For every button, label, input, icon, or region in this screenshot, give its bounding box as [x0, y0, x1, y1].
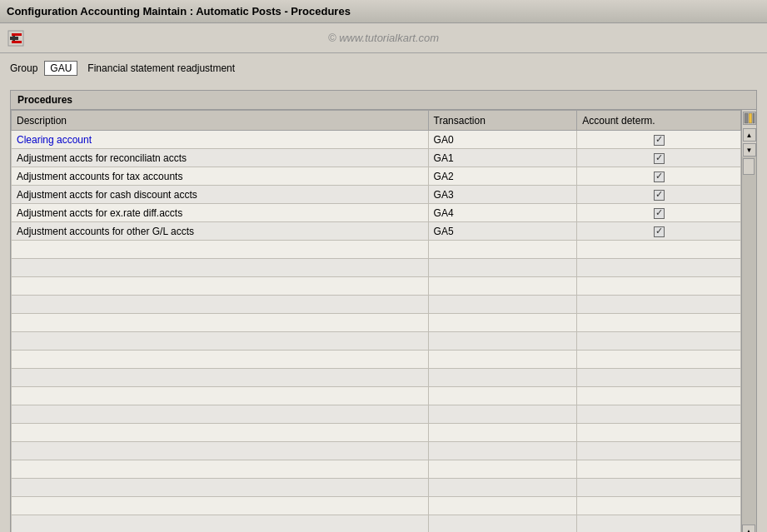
description-cell: Adjustment accts for ex.rate diff.accts — [12, 204, 429, 222]
col-header-transaction: Transaction — [428, 111, 577, 131]
description-cell: Adjustment accts for cash discount accts — [12, 186, 429, 204]
account-determ-checkbox — [654, 190, 665, 201]
panel-header: Procedures — [11, 91, 756, 110]
clearing-account-link[interactable]: Clearing account — [17, 134, 92, 146]
table-row: Clearing accountGA0 — [12, 131, 741, 149]
col-header-description: Description — [12, 111, 429, 131]
empty-row — [12, 497, 741, 515]
empty-row — [12, 405, 741, 424]
empty-row — [12, 314, 741, 332]
group-bar: Group GAU Financial statement readjustme… — [0, 53, 767, 83]
group-description: Financial statement readjustment — [87, 62, 235, 74]
table-row: Adjustment accounts for other G/L acctsG… — [12, 222, 741, 241]
scrollbar-panel: ▲ ▼ ▲ ▼ — [741, 110, 756, 532]
empty-row — [12, 460, 741, 479]
watermark: © www.tutorialkart.com — [328, 32, 439, 44]
account-determ-checkbox — [654, 208, 665, 219]
svg-rect-4 — [12, 41, 22, 43]
group-label: Group — [10, 62, 37, 74]
scroll-up-bottom[interactable]: ▲ — [742, 525, 755, 532]
transaction-cell: GA2 — [428, 167, 577, 186]
empty-row — [12, 479, 741, 497]
procedures-table: Description Transaction Account determ. — [11, 110, 741, 532]
scroll-down-top[interactable]: ▼ — [743, 143, 756, 157]
title-text: Configuration Accounting Maintain : Auto… — [7, 5, 351, 17]
description-cell: Adjustment accts for reconciliatn accts — [12, 149, 429, 167]
table-wrapper: Description Transaction Account determ. — [11, 110, 741, 532]
account-determ-checkbox — [654, 172, 665, 182]
empty-row — [12, 296, 741, 314]
table-row: Adjustment accounts for tax accountsGA2 — [12, 167, 741, 186]
account-determ-cell — [577, 149, 741, 167]
svg-rect-5 — [745, 113, 748, 123]
empty-row — [12, 332, 741, 351]
table-container: Description Transaction Account determ. — [11, 110, 756, 532]
table-row: Adjustment accts for cash discount accts… — [12, 186, 741, 204]
back-button[interactable] — [7, 29, 25, 47]
scroll-track: ▲ ▼ — [742, 157, 756, 532]
empty-row — [12, 424, 741, 442]
svg-rect-6 — [749, 113, 752, 123]
title-bar: Configuration Accounting Maintain : Auto… — [0, 0, 767, 23]
table-row: Adjustment accts for reconciliatn acctsG… — [12, 149, 741, 167]
empty-row — [12, 442, 741, 460]
account-determ-checkbox — [654, 153, 665, 164]
description-cell: Adjustment accounts for other G/L accts — [12, 222, 429, 241]
transaction-cell: GA5 — [428, 222, 577, 241]
transaction-cell: GA3 — [428, 186, 577, 204]
empty-row — [12, 351, 741, 369]
empty-row — [12, 515, 741, 533]
account-determ-cell — [577, 186, 741, 204]
toolbar: © www.tutorialkart.com — [0, 23, 767, 53]
account-determ-checkbox — [654, 226, 665, 237]
column-chooser-button[interactable] — [743, 112, 756, 125]
table-row: Adjustment accts for ex.rate diff.acctsG… — [12, 204, 741, 222]
account-determ-cell — [577, 131, 741, 149]
account-determ-cell — [577, 222, 741, 241]
procedures-panel: Procedures Description Transaction — [10, 90, 757, 532]
group-value: GAU — [44, 61, 77, 76]
account-determ-cell — [577, 167, 741, 186]
account-determ-checkbox — [654, 135, 665, 146]
svg-rect-3 — [12, 33, 22, 36]
empty-row — [12, 387, 741, 405]
empty-row — [12, 241, 741, 259]
scroll-up-button[interactable]: ▲ — [743, 128, 756, 142]
transaction-cell: GA1 — [428, 149, 577, 167]
description-cell: Adjustment accounts for tax accounts — [12, 167, 429, 186]
empty-row — [12, 277, 741, 296]
svg-rect-7 — [753, 113, 755, 123]
account-determ-cell — [577, 204, 741, 222]
empty-row — [12, 369, 741, 387]
main-content: Procedures Description Transaction — [0, 83, 767, 532]
empty-row — [12, 259, 741, 277]
transaction-cell: GA0 — [428, 131, 577, 149]
col-header-account-determ: Account determ. — [577, 111, 741, 131]
transaction-cell: GA4 — [428, 204, 577, 222]
